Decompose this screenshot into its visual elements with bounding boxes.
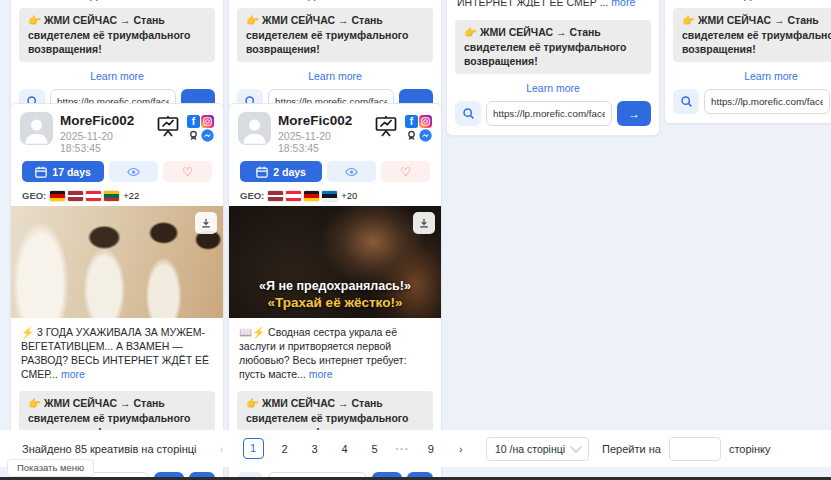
cta-text: 👉 ЖМИ СЕЙЧАС → Стань свидетелем её триум… — [19, 8, 215, 62]
geo-row: GEO: +22 — [11, 184, 223, 206]
learn-more-link[interactable]: Learn more — [665, 70, 831, 82]
flag-lv-icon — [68, 191, 83, 201]
search-icon[interactable] — [455, 101, 481, 126]
facebook-icon: f — [187, 115, 200, 128]
landing-url-input[interactable] — [704, 89, 830, 114]
geo-flags — [50, 191, 119, 201]
creative-card-partial: ИНТЕРНЕТ ЖДЁТ ЕЁ СМЕР... more 👉 ЖМИ СЕЙЧ… — [664, 0, 831, 124]
image-text-overlay: «Я не предохранялась!» «Трахай её жёстко… — [229, 279, 441, 310]
search-icon[interactable] — [673, 89, 699, 114]
advertiser-info: MoreFic002 2025-11-20 18:53:45 — [278, 112, 367, 154]
badge-icon — [405, 129, 418, 142]
goto-page-input[interactable] — [669, 437, 721, 461]
calendar-icon — [256, 166, 268, 178]
learn-more-link[interactable]: Learn more — [229, 70, 441, 82]
creative-date: 2025-11-20 18:53:45 — [60, 130, 149, 154]
favorite-button[interactable]: ♡ — [381, 161, 430, 182]
show-menu-button[interactable]: Показать меню — [7, 459, 94, 477]
pagination-bar: Знайдено 85 креативів на сторінці ‹ 1 2 … — [0, 430, 831, 467]
advertiser-name: MoreFic002 — [278, 113, 367, 128]
clipped-text: ИНТЕРНЕТ ЖДЁТ ЕЁ СМЕР... — [675, 0, 822, 1]
next-page-icon[interactable]: › — [452, 443, 470, 455]
clipped-description: ИНТЕРНЕТ ЖДЁТ ЕЁ СМЕР... more — [239, 0, 431, 1]
header-icons: f — [374, 112, 432, 142]
page-size-select[interactable]: 10 /на сторінці — [486, 437, 589, 461]
clipped-text: ИНТЕРНЕТ ЖДЁТ ЕЁ СМЕР ... — [457, 0, 608, 7]
more-link[interactable]: more — [824, 0, 831, 1]
more-link[interactable]: more — [388, 0, 412, 1]
messenger-icon — [201, 129, 214, 142]
header-icons: f — [156, 112, 214, 142]
advertiser-name: MoreFic002 — [60, 113, 149, 128]
clipped-description: ИНТЕРНЕТ ЖДЁТ ЕЁ СМЕР... more — [675, 0, 831, 1]
goto-label: Перейти на — [602, 443, 661, 455]
page-button-2[interactable]: 2 — [276, 443, 294, 455]
days-label: 2 days — [273, 166, 306, 178]
more-link[interactable]: more — [170, 0, 194, 1]
landing-url-input[interactable] — [486, 101, 612, 126]
avatar — [238, 112, 271, 145]
chevron-down-icon — [570, 441, 581, 452]
cta-text: 👉 ЖМИ СЕЙЧАС → Стань свидетелем её триум… — [673, 8, 831, 62]
days-label: 17 days — [52, 166, 91, 178]
description-text: ⚡ 3 ГОДА УХАЖИВАЛА ЗА МУЖЕМ-ВЕГЕТАТИВЦЕМ… — [21, 326, 209, 380]
page-button-1[interactable]: 1 — [243, 438, 264, 459]
page-size-value: 10 /на сторінці — [495, 443, 565, 455]
instagram-icon — [419, 115, 432, 128]
eye-icon — [345, 167, 358, 177]
flag-ee-icon — [322, 191, 337, 201]
calendar-icon — [35, 166, 47, 178]
goto-suffix: сторінку — [729, 443, 771, 455]
eye-icon — [127, 167, 140, 177]
pages-ellipsis[interactable]: ••• — [396, 444, 410, 453]
favorite-button[interactable]: ♡ — [163, 161, 212, 182]
overlay-line-1: «Я не предохранялась!» — [229, 279, 441, 293]
avatar — [20, 112, 53, 145]
creatives-row: MoreFic002 2025-11-20 18:53:45 f — [10, 103, 442, 480]
views-button[interactable] — [109, 161, 158, 182]
heart-icon: ♡ — [182, 166, 193, 178]
creative-card-partial: ИНТЕРНЕТ ЖДЁТ ЕЁ СМЕР ... more 👉 ЖМИ СЕЙ… — [446, 0, 660, 136]
placement-icons: f — [187, 115, 214, 142]
overlay-line-2: «Трахай её жёстко!» — [229, 295, 441, 310]
flag-lv-icon — [268, 191, 283, 201]
clipped-text: ИНТЕРНЕТ ЖДЁТ ЕЁ СМЕР... — [21, 0, 168, 1]
geo-flags — [268, 191, 337, 201]
learn-more-link[interactable]: Learn more — [447, 82, 659, 94]
clipped-description: ИНТЕРНЕТ ЖДЁТ ЕЁ СМЕР ... more — [457, 0, 649, 7]
presentation-chart-icon — [156, 115, 180, 141]
page-button-5[interactable]: 5 — [366, 443, 384, 455]
prev-page-icon[interactable]: ‹ — [213, 443, 231, 455]
geo-more-count[interactable]: +20 — [341, 190, 357, 201]
download-image-button[interactable] — [413, 212, 435, 234]
learn-more-link[interactable]: Learn more — [11, 70, 223, 82]
days-active-button[interactable]: 2 days — [240, 161, 322, 182]
flag-de-icon — [304, 191, 319, 201]
card-header: MoreFic002 2025-11-20 18:53:45 f — [229, 104, 441, 157]
views-button[interactable] — [327, 161, 376, 182]
flag-at-icon — [286, 191, 301, 201]
days-active-button[interactable]: 17 days — [22, 161, 104, 182]
facebook-icon: f — [405, 115, 418, 128]
messenger-icon — [419, 129, 432, 142]
more-link[interactable]: more — [309, 368, 333, 380]
more-link[interactable]: more — [61, 368, 85, 380]
results-count: Знайдено 85 креативів на сторінці — [22, 443, 197, 455]
flag-lt-icon — [104, 191, 119, 201]
page-button-4[interactable]: 4 — [336, 443, 354, 455]
geo-more-count[interactable]: +22 — [123, 190, 139, 201]
page-button-9[interactable]: 9 — [422, 443, 440, 455]
creative-description: ⚡ 3 ГОДА УХАЖИВАЛА ЗА МУЖЕМ-ВЕГЕТАТИВЦЕМ… — [11, 318, 223, 384]
card-actions: 2 days ♡ — [229, 157, 441, 184]
clipped-description: ИНТЕРНЕТ ЖДЁТ ЕЁ СМЕР... more — [21, 0, 213, 1]
geo-label: GEO: — [22, 190, 46, 201]
download-image-button[interactable] — [195, 212, 217, 234]
instagram-icon — [201, 115, 214, 128]
more-link[interactable]: more — [611, 0, 635, 7]
url-row: → — [665, 89, 831, 123]
cta-text: 👉 ЖМИ СЕЙЧАС → Стань свидетелем её триум… — [237, 8, 433, 62]
open-link-button[interactable]: → — [617, 101, 651, 126]
page-button-3[interactable]: 3 — [306, 443, 324, 455]
goto-page: Перейти на сторінку — [602, 437, 770, 461]
creative-description: 📖⚡ Сводная сестра украла её заслуги и пр… — [229, 318, 441, 384]
